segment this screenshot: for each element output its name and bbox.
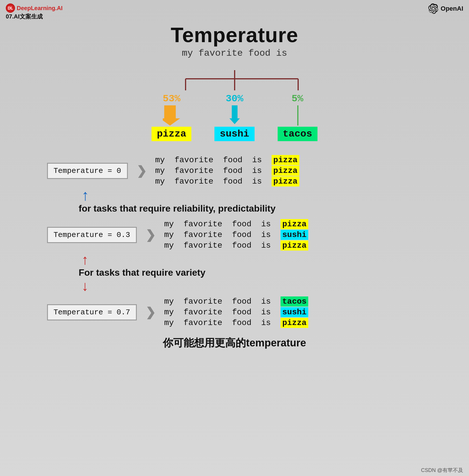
food-items-row: 53% pizza 30% sushi 5%: [152, 93, 317, 141]
temp0-out1: my favorite food is pizza: [155, 156, 299, 165]
deeplearning-icon: DL: [6, 3, 15, 13]
temp0-arrow-desc: ↑ for tasks that require reliability, pr…: [79, 188, 422, 214]
temp0-out2: my favorite food is pizza: [155, 166, 299, 175]
temp07-out1-prefix: my favorite food is: [164, 297, 276, 306]
temp03-section: Temperature = 0.3 ❯ my favorite food is …: [47, 220, 422, 294]
deeplearning-text: DeepLearning.AI: [17, 5, 63, 12]
temp0-outputs: my favorite food is pizza my favorite fo…: [155, 156, 299, 186]
temp07-box: Temperature = 0.7: [47, 304, 137, 320]
arrow-tacos: [296, 105, 299, 126]
temp0-out1-prefix: my favorite food is: [155, 156, 267, 165]
title-section: Temperature my favorite food is: [171, 23, 298, 59]
temp07-out3-word: pizza: [281, 318, 308, 328]
svg-marker-6: [229, 105, 240, 124]
temp0-out3-prefix: my favorite food is: [155, 177, 267, 186]
top-bar: DL DeepLearning.AI OpenAI: [0, 0, 469, 17]
temp03-out3-prefix: my favorite food is: [164, 241, 276, 250]
arrow-sushi: [229, 105, 240, 126]
subtitle-tag: 07.AI文案生成: [6, 13, 43, 20]
food-label-pizza: pizza: [152, 127, 191, 141]
tree-section: 53% pizza 30% sushi 5%: [134, 64, 336, 141]
main-container: DL DeepLearning.AI OpenAI 07.AI文案生成 Temp…: [0, 0, 469, 476]
food-item-pizza: 53% pizza: [152, 93, 191, 141]
temp03-arrow-desc: ↑ For tasks that require variety ↓: [79, 252, 422, 294]
temp03-outputs: my favorite food is pizza my favorite fo…: [164, 220, 308, 250]
temp07-section: Temperature = 0.7 ❯ my favorite food is …: [47, 297, 422, 327]
temp07-out3: my favorite food is pizza: [164, 318, 308, 327]
temp03-out1-prefix: my favorite food is: [164, 220, 276, 229]
food-item-tacos: 5% tacos: [278, 93, 317, 141]
temp0-desc: for tasks that require reliability, pred…: [79, 203, 276, 214]
temp03-out1-word: pizza: [281, 219, 308, 229]
openai-text: OpenAI: [441, 5, 463, 12]
temp03-box: Temperature = 0.3: [47, 227, 137, 243]
main-subtitle: my favorite food is: [171, 48, 298, 59]
temp03-out3: my favorite food is pizza: [164, 241, 308, 250]
temp0-out1-word: pizza: [272, 155, 299, 165]
temp03-row: Temperature = 0.3 ❯ my favorite food is …: [47, 220, 422, 250]
bottom-text: 你可能想用更高的temperature: [163, 336, 306, 350]
temp03-out3-word: pizza: [281, 240, 308, 251]
temp0-box: Temperature = 0: [47, 163, 128, 179]
food-label-sushi: sushi: [214, 127, 254, 141]
blue-up-arrow: ↑: [82, 188, 89, 203]
temp07-row: Temperature = 0.7 ❯ my favorite food is …: [47, 297, 422, 327]
svg-marker-5: [163, 105, 180, 126]
temp03-out1: my favorite food is pizza: [164, 220, 308, 229]
temp03-out2-prefix: my favorite food is: [164, 230, 276, 239]
temp0-out3-word: pizza: [272, 176, 299, 186]
temp07-outputs: my favorite food is tacos my favorite fo…: [164, 297, 308, 327]
temp03-out2: my favorite food is sushi: [164, 230, 308, 239]
temp07-out2-word: sushi: [281, 307, 308, 317]
arrow-pizza: [163, 105, 180, 126]
pct-sushi: 30%: [226, 93, 243, 104]
bottom-text-content: 你可能想用更高的temperature: [163, 337, 306, 349]
openai-logo: OpenAI: [428, 3, 463, 14]
chevron07: ❯: [145, 305, 156, 319]
temp03-desc: For tasks that require variety: [79, 267, 205, 278]
food-item-sushi: 30% sushi: [214, 93, 254, 141]
temp07-out3-prefix: my favorite food is: [164, 318, 276, 327]
chevron03: ❯: [145, 228, 156, 242]
food-label-tacos: tacos: [278, 127, 317, 141]
pct-tacos: 5%: [292, 93, 303, 104]
openai-icon: [428, 3, 438, 14]
deeplearning-logo: DL DeepLearning.AI: [6, 3, 63, 13]
temp0-out3: my favorite food is pizza: [155, 177, 299, 186]
temp03-out2-word: sushi: [281, 230, 308, 240]
main-title: Temperature: [171, 23, 298, 47]
temp0-section: Temperature = 0 ❯ my favorite food is pi…: [47, 156, 422, 214]
temp07-out2-prefix: my favorite food is: [164, 308, 276, 317]
temp0-out2-prefix: my favorite food is: [155, 166, 267, 175]
temp0-out2-word: pizza: [272, 166, 299, 176]
svg-rect-7: [297, 105, 298, 126]
temp07-out1: my favorite food is tacos: [164, 297, 308, 306]
red-up-arrow: ↑: [82, 253, 89, 267]
temp07-out1-word: tacos: [281, 296, 308, 307]
temp07-out2: my favorite food is sushi: [164, 308, 308, 317]
temp0-row: Temperature = 0 ❯ my favorite food is pi…: [47, 156, 422, 186]
csdn-tag: CSDN @有苹不及: [421, 467, 463, 474]
red-down-arrow: ↓: [82, 279, 89, 293]
pct-pizza: 53%: [163, 93, 180, 104]
chevron0: ❯: [137, 164, 147, 178]
